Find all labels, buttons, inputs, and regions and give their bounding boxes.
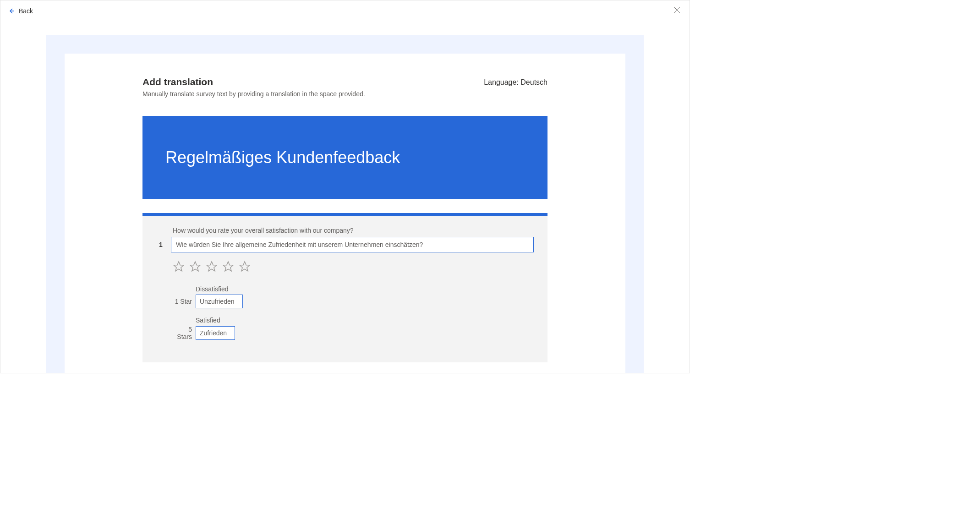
content-card: Add translation Language: Deutsch Manual… (65, 54, 625, 373)
star-rating-row (173, 261, 534, 274)
arrow-left-icon (8, 7, 15, 15)
close-icon (674, 7, 680, 15)
star-icon[interactable] (173, 261, 185, 274)
question-row: 1 (156, 237, 534, 252)
rating-prefix: 5 Stars (173, 326, 192, 340)
language-indicator: Language: Deutsch (484, 78, 547, 87)
question-source-text: How would you rate your overall satisfac… (173, 227, 534, 234)
question-number: 1 (156, 241, 165, 248)
rating-translation-input[interactable] (196, 295, 243, 308)
svg-marker-2 (207, 262, 217, 271)
rating-label-group: Satisfied 5 Stars (173, 317, 534, 340)
rating-labels-container: Dissatisfied 1 Star Satisfied 5 Stars (173, 285, 534, 340)
language-value: Deutsch (520, 78, 547, 86)
top-bar: Back (0, 0, 690, 22)
back-label: Back (19, 7, 33, 15)
back-button[interactable]: Back (8, 7, 33, 15)
star-icon[interactable] (189, 261, 201, 274)
header-row: Add translation Language: Deutsch (142, 76, 547, 87)
rating-row: 1 Star (173, 295, 534, 308)
rating-label-group: Dissatisfied 1 Star (173, 285, 534, 308)
survey-title: Regelmäßiges Kundenfeedback (165, 148, 525, 167)
rating-translation-input[interactable] (196, 326, 235, 340)
language-prefix: Language: (484, 78, 520, 86)
rating-prefix: 1 Star (173, 298, 192, 305)
svg-marker-0 (174, 262, 184, 271)
question-translation-input[interactable] (171, 237, 534, 252)
page-subtitle: Manually translate survey text by provid… (142, 90, 547, 98)
svg-marker-1 (190, 262, 200, 271)
rating-row: 5 Stars (173, 326, 534, 340)
star-icon[interactable] (239, 261, 251, 274)
page-wrapper: Add translation Language: Deutsch Manual… (46, 35, 644, 373)
svg-marker-4 (240, 262, 250, 271)
close-button[interactable] (672, 5, 682, 17)
survey-banner: Regelmäßiges Kundenfeedback (142, 116, 547, 199)
star-icon[interactable] (222, 261, 234, 274)
star-icon[interactable] (206, 261, 218, 274)
question-section: How would you rate your overall satisfac… (142, 213, 547, 362)
page-title: Add translation (142, 76, 213, 87)
svg-marker-3 (223, 262, 233, 271)
rating-source-label: Dissatisfied (196, 285, 534, 293)
rating-source-label: Satisfied (196, 317, 534, 324)
